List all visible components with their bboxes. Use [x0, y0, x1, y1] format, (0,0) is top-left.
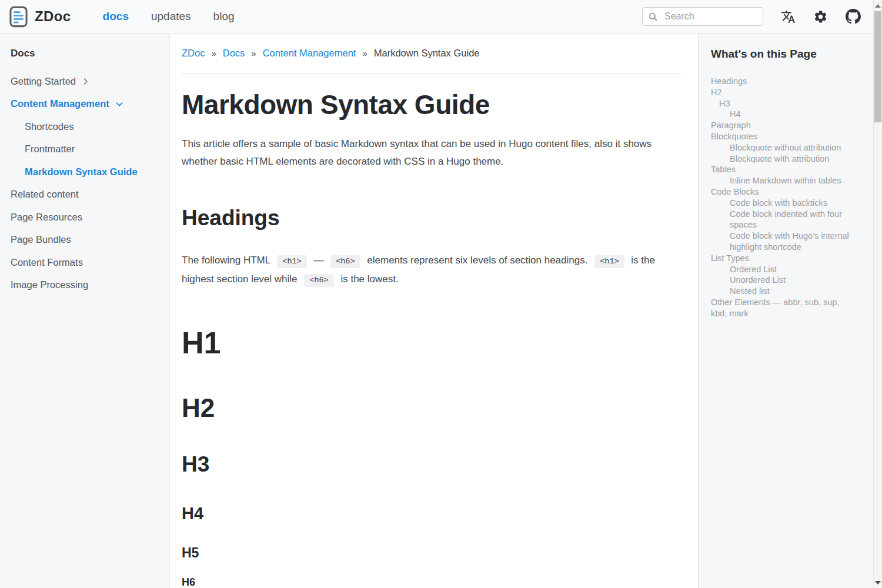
sidebar-item-shortcodes[interactable]: Shortcodes — [11, 115, 162, 138]
sidebar-nav: Getting Started Content Management Short… — [11, 70, 162, 296]
toc-item[interactable]: Blockquote without attribution — [711, 142, 854, 153]
toc-panel: What's on this Page Headings H2 H3 H4 Pa… — [698, 34, 882, 588]
breadcrumb-separator: » — [251, 48, 256, 58]
sidebar-item-image-processing[interactable]: Image Processing — [11, 274, 162, 297]
translate-icon[interactable] — [781, 9, 796, 24]
toc-item[interactable]: Blockquote with attribution — [711, 153, 854, 165]
toc-item[interactable]: Code block with Hugo’s internal highligh… — [711, 230, 854, 253]
toc-title: What's on this Page — [711, 48, 870, 61]
toc-item[interactable]: Code block indented with four spaces — [711, 209, 854, 231]
toc-item[interactable]: Nested list — [711, 286, 854, 297]
inline-code-h1: <h1> — [277, 255, 306, 268]
toc-item[interactable]: Paragraph — [711, 120, 854, 131]
sidebar-item-page-resources[interactable]: Page Resources — [11, 206, 162, 229]
toc-list: Headings H2 H3 H4 Paragraph Blockquotes … — [711, 76, 854, 319]
app-window: ZDoc docs updates blog — [0, 0, 882, 588]
page-layout: Docs Getting Started Content Management … — [0, 34, 882, 588]
search-box[interactable] — [642, 7, 763, 26]
toc-item[interactable]: Code Blocks — [711, 186, 854, 198]
inline-code-h6: <h6> — [330, 255, 360, 268]
sidebar-item-page-bundles[interactable]: Page Bundles — [11, 229, 162, 252]
brand[interactable]: ZDoc — [9, 6, 71, 28]
github-icon[interactable] — [846, 9, 861, 24]
search-input[interactable] — [663, 11, 757, 22]
sidebar-item-related-content[interactable]: Related content — [11, 183, 162, 206]
document-icon — [9, 6, 28, 28]
breadcrumb-separator: » — [211, 48, 216, 58]
sidebar-item-content-formats[interactable]: Content Formats — [11, 251, 162, 274]
inline-code-h6: <h6> — [304, 274, 333, 287]
vertical-scrollbar[interactable] — [873, 0, 882, 588]
toc-item[interactable]: Blockquotes — [711, 131, 854, 142]
toc-item[interactable]: Headings — [711, 76, 854, 87]
toc-item[interactable]: Unordered List — [711, 275, 854, 286]
h6-sample: H6 — [182, 577, 681, 588]
h5-sample: H5 — [182, 546, 681, 560]
toc-item[interactable]: H2 — [711, 87, 854, 98]
breadcrumb-current: Markdown Syntax Guide — [374, 48, 480, 59]
h4-sample: H4 — [182, 505, 681, 522]
sidebar-title: Docs — [11, 48, 162, 59]
sidebar: Docs Getting Started Content Management … — [0, 34, 170, 588]
chevron-down-icon — [115, 99, 124, 109]
main-content: ZDoc » Docs » Content Management » Markd… — [170, 34, 698, 588]
inline-code-h1: <h1> — [594, 255, 624, 268]
toc-item[interactable]: H3 — [711, 98, 854, 109]
scrollbar-thumb[interactable] — [874, 11, 881, 122]
breadcrumb-link-content-management[interactable]: Content Management — [263, 48, 356, 59]
nav-updates[interactable]: updates — [151, 10, 191, 23]
toc-item[interactable]: List Types — [711, 253, 854, 264]
toc-item[interactable]: Other Elements — abbr, sub, sup, kbd, ma… — [711, 297, 854, 319]
sidebar-item-getting-started[interactable]: Getting Started — [11, 70, 162, 93]
breadcrumb: ZDoc » Docs » Content Management » Markd… — [182, 48, 681, 59]
nav-docs[interactable]: docs — [103, 10, 129, 23]
divider — [182, 74, 681, 74]
section-heading-headings: Headings — [182, 206, 681, 230]
toc-item[interactable]: Tables — [711, 164, 854, 175]
toc-item[interactable]: Inline Markdown within tables — [711, 175, 854, 186]
h2-sample: H2 — [182, 395, 681, 422]
brand-name[interactable]: ZDoc — [35, 8, 71, 25]
header-actions — [642, 7, 861, 26]
search-icon — [648, 12, 658, 22]
headings-paragraph: The following HTML <h1> — <h6> elements … — [182, 252, 679, 289]
page-title: Markdown Syntax Guide — [182, 89, 681, 121]
gear-icon[interactable] — [813, 9, 828, 24]
h1-sample: H1 — [182, 327, 681, 359]
nav-blog[interactable]: blog — [213, 10, 235, 23]
chevron-right-icon — [81, 77, 90, 86]
breadcrumb-link-docs[interactable]: Docs — [223, 48, 245, 59]
toc-item[interactable]: Code block with backticks — [711, 198, 854, 209]
sidebar-item-markdown-syntax-guide[interactable]: Markdown Syntax Guide — [11, 161, 162, 183]
sidebar-item-frontmatter[interactable]: Frontmatter — [11, 138, 162, 161]
toc-item[interactable]: H4 — [711, 109, 854, 120]
breadcrumb-separator: » — [362, 48, 367, 58]
h3-sample: H3 — [182, 453, 681, 476]
scroll-down-arrow-icon[interactable] — [875, 581, 881, 584]
top-nav-bar: ZDoc docs updates blog — [0, 0, 882, 34]
breadcrumb-link-zdoc[interactable]: ZDoc — [182, 48, 205, 59]
intro-paragraph: This article offers a sample of basic Ma… — [182, 135, 679, 171]
top-nav-links: docs updates blog — [103, 10, 235, 23]
sidebar-item-content-management[interactable]: Content Management — [11, 93, 162, 116]
toc-item[interactable]: Ordered List — [711, 264, 854, 275]
scroll-up-arrow-icon[interactable] — [875, 4, 881, 8]
